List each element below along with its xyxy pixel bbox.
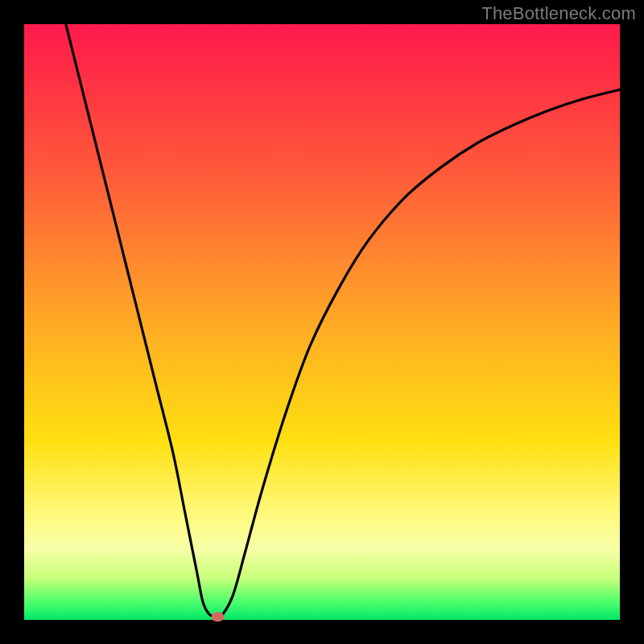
optimum-marker — [212, 612, 225, 621]
curve-path — [66, 24, 620, 618]
watermark-text: TheBottleneck.com — [481, 3, 636, 24]
plot-area — [24, 24, 620, 620]
chart-frame: TheBottleneck.com — [0, 0, 644, 644]
bottleneck-curve — [24, 24, 620, 620]
